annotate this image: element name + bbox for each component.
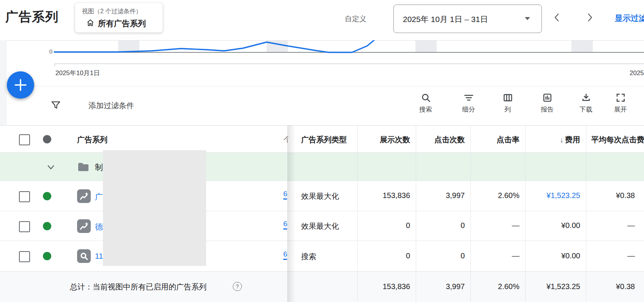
total-clicks: 3,997	[446, 282, 465, 291]
view-caption: 视图（2 个过滤条件）	[82, 8, 142, 16]
toolbar-columns-label: 列	[505, 105, 511, 114]
clipped-link-underline	[283, 198, 287, 200]
column-header-campaign[interactable]: 广告系列	[77, 135, 107, 145]
status-filter-dot[interactable]	[43, 135, 51, 143]
performance-trend-chart	[0, 36, 644, 87]
status-dot-enabled[interactable]	[43, 192, 51, 200]
chevron-down-icon	[45, 162, 57, 173]
toolbar-search-label: 搜索	[419, 105, 432, 114]
home-icon	[86, 18, 95, 29]
column-border	[357, 125, 358, 302]
row-checkbox[interactable]	[19, 251, 30, 262]
expand-icon	[616, 93, 626, 103]
totals-row: 总计：当前视图中所有已启用的广告系列 ? 153,836 3,997 2.60%…	[0, 271, 644, 302]
date-range-value: 2025年 10月 1日 – 31日	[403, 14, 488, 25]
search-icon	[421, 93, 431, 103]
add-filter-button[interactable]: 添加过滤条件	[88, 101, 134, 111]
performance-max-icon	[77, 219, 91, 233]
column-header-impressions[interactable]: 展示次数	[380, 135, 410, 145]
campaign-name-link[interactable]: 德	[95, 222, 103, 232]
chevron-down-icon	[525, 17, 530, 20]
filter-button[interactable]	[50, 99, 62, 112]
avg-cpc-cell: ¥0.38	[616, 191, 635, 200]
status-dot-enabled[interactable]	[43, 222, 51, 230]
toolbar-expand[interactable]: 展开	[605, 90, 636, 118]
column-header-clicks[interactable]: 点击次数	[434, 135, 465, 145]
group-name[interactable]: 制	[95, 162, 103, 173]
cost-cell-link[interactable]: ¥1,523.25	[546, 191, 580, 200]
create-campaign-button[interactable]	[7, 71, 34, 99]
avg-cpc-cell: —	[627, 252, 635, 260]
cost-cell: ¥0.00	[561, 221, 580, 230]
ctr-cell: —	[512, 221, 519, 230]
status-dot-enabled[interactable]	[43, 252, 51, 260]
search-campaign-icon	[77, 249, 91, 263]
current-view-name: 所有广告系列	[98, 18, 146, 29]
toolbar-segment[interactable]: 细分	[453, 90, 485, 118]
cost-cell: ¥0.00	[561, 252, 580, 260]
column-header-type[interactable]: 广告系列类型	[301, 135, 347, 145]
row-checkbox[interactable]	[19, 191, 30, 202]
campaign-type-cell: 搜索	[301, 252, 316, 262]
chevron-left-icon	[551, 12, 563, 23]
table-header-row: 广告系列 个 广告系列类型 展示次数 点击次数 点击率 ↓费用 平均每次点击费用	[0, 125, 644, 153]
impressions-cell: 0	[406, 252, 410, 260]
total-avg-cpc: ¥0.38	[616, 282, 635, 291]
total-impressions: 153,836	[383, 282, 410, 291]
column-border	[470, 125, 471, 302]
toolbar-download-label: 下载	[579, 105, 592, 114]
toolbar-report-label: 报告	[541, 105, 554, 114]
total-ctr: 2.60%	[498, 282, 519, 291]
toolbar-columns[interactable]: 列	[492, 90, 524, 118]
date-mode-label: 自定义	[345, 14, 366, 24]
campaign-name-link[interactable]: 广	[95, 192, 103, 202]
date-range-picker[interactable]: 2025年 10月 1日 – 31日	[393, 5, 542, 33]
select-all-checkbox[interactable]	[19, 134, 30, 145]
filter-icon	[50, 99, 62, 111]
column-header-avg-cpc[interactable]: 平均每次点击费用	[591, 135, 644, 145]
help-icon[interactable]: ?	[233, 282, 242, 291]
trend-line	[54, 36, 380, 52]
row-checkbox[interactable]	[19, 221, 30, 232]
performance-max-icon	[77, 189, 91, 203]
page-title: 广告系列	[5, 8, 58, 26]
sort-desc-icon: ↓	[560, 135, 564, 144]
report-icon	[542, 93, 552, 103]
prev-period-button[interactable]	[551, 12, 563, 23]
toolbar-report[interactable]: 报告	[531, 90, 563, 118]
impressions-cell: 153,836	[383, 191, 410, 200]
folder-icon	[77, 161, 89, 174]
clipped-link-underline	[283, 259, 287, 260]
redacted-campaign-names-overlay	[103, 150, 206, 266]
clipped-link-underline	[283, 228, 287, 230]
column-header-cost[interactable]: ↓费用	[560, 135, 580, 145]
clicks-cell: 0	[461, 221, 465, 230]
download-icon	[581, 93, 591, 103]
total-cost: ¥1,523.25	[546, 282, 580, 291]
ctr-cell: —	[512, 252, 519, 260]
toolbar-expand-label: 展开	[614, 105, 627, 114]
toolbar-segment-label: 细分	[462, 105, 475, 114]
toolbar-download[interactable]: 下载	[570, 90, 602, 118]
show-filters-link[interactable]: 显示过滤条件	[615, 13, 644, 24]
column-border	[525, 125, 526, 302]
chevron-right-icon	[584, 12, 595, 23]
totals-label: 总计：当前视图中所有已启用的广告系列	[70, 282, 207, 292]
campaign-type-cell: 效果最大化	[301, 221, 339, 231]
campaign-name-link[interactable]: 11	[95, 252, 103, 261]
avg-cpc-cell: —	[627, 221, 635, 230]
clicks-cell: 0	[461, 252, 465, 260]
campaign-type-cell: 效果最大化	[301, 191, 339, 201]
collapse-group-button[interactable]	[45, 162, 57, 175]
toolbar-search[interactable]: 搜索	[410, 90, 442, 118]
campaign-row: 德 6 效果最大化 0 0 — ¥0.00 —	[0, 211, 644, 241]
clicks-cell: 3,997	[446, 191, 465, 200]
column-header-ctr[interactable]: 点击率	[497, 135, 519, 145]
next-period-button[interactable]	[584, 12, 595, 23]
plus-icon	[14, 79, 27, 91]
view-selector-chip[interactable]: 视图（2 个过滤条件） 所有广告系列	[75, 3, 163, 33]
campaign-group-row: 制	[0, 153, 644, 181]
ctr-cell: 2.60%	[498, 191, 519, 200]
frozen-column-shadow	[288, 125, 295, 302]
campaign-row: 广 6 效果最大化 153,836 3,997 2.60% ¥1,523.25 …	[0, 181, 644, 211]
